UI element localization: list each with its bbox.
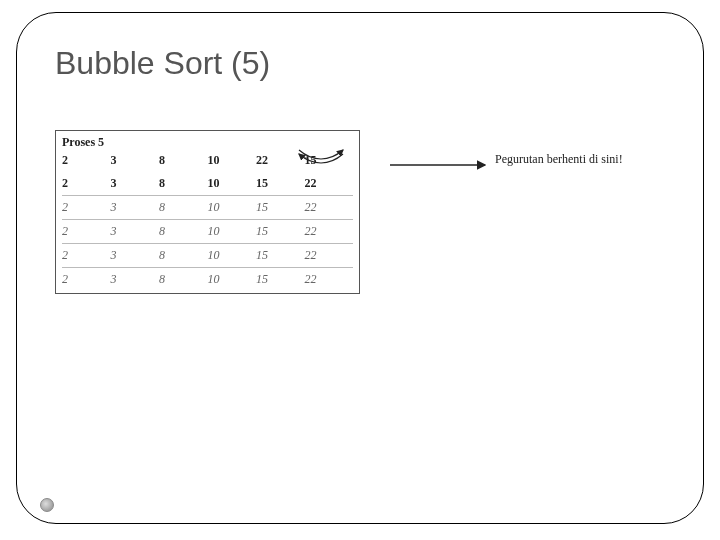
cell: 8 (159, 268, 208, 292)
cell: 2 (62, 244, 111, 268)
cell: 10 (208, 149, 257, 172)
page-marker-icon (40, 498, 54, 512)
table-row: 2 3 8 10 22 15 (62, 149, 353, 172)
cell: 10 (208, 172, 257, 196)
cell: 8 (159, 244, 208, 268)
cell: 15 (256, 196, 305, 220)
table-row: 2 3 8 10 15 22 (62, 268, 353, 292)
cell: 15 (256, 172, 305, 196)
cell: 2 (62, 196, 111, 220)
cell: 3 (111, 220, 160, 244)
cell: 8 (159, 149, 208, 172)
cell: 3 (111, 244, 160, 268)
cell: 3 (111, 196, 160, 220)
cell: 2 (62, 220, 111, 244)
cell: 22 (305, 244, 354, 268)
cell: 3 (111, 268, 160, 292)
content: Proses 5 2 3 8 10 22 15 2 3 8 10 15 22 (55, 130, 360, 294)
cell: 10 (208, 196, 257, 220)
cell: 3 (111, 172, 160, 196)
cell: 2 (62, 149, 111, 172)
table-row: 2 3 8 10 15 22 (62, 172, 353, 196)
cell: 10 (208, 220, 257, 244)
cell: 15 (256, 268, 305, 292)
annotation-text: Pegurutan berhenti di sini! (495, 152, 623, 167)
cell: 2 (62, 172, 111, 196)
cell: 15 (256, 220, 305, 244)
page-title: Bubble Sort (5) (55, 45, 270, 82)
cell: 8 (159, 220, 208, 244)
cell: 3 (111, 149, 160, 172)
slide: Bubble Sort (5) Proses 5 2 3 8 10 22 15 … (0, 0, 720, 540)
process-label: Proses 5 (62, 135, 353, 150)
cell: 10 (208, 268, 257, 292)
cell: 15 (256, 244, 305, 268)
cell: 22 (305, 196, 354, 220)
cell: 10 (208, 244, 257, 268)
cell: 22 (305, 172, 354, 196)
process-box: Proses 5 2 3 8 10 22 15 2 3 8 10 15 22 (55, 130, 360, 294)
table-row: 2 3 8 10 15 22 (62, 220, 353, 244)
cell: 8 (159, 196, 208, 220)
table-row: 2 3 8 10 15 22 (62, 244, 353, 268)
cell: 2 (62, 268, 111, 292)
sort-table: 2 3 8 10 22 15 2 3 8 10 15 22 2 3 (62, 149, 353, 291)
cell: 22 (305, 268, 354, 292)
cell: 22 (305, 220, 354, 244)
table-row: 2 3 8 10 15 22 (62, 196, 353, 220)
cell: 15 (305, 149, 354, 172)
cell: 8 (159, 172, 208, 196)
cell: 22 (256, 149, 305, 172)
